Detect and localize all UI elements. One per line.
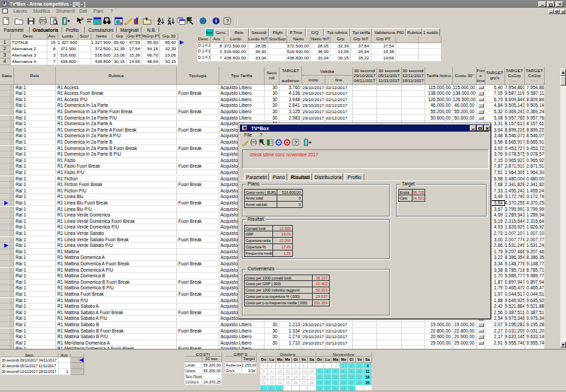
svg-text:?: ?: [294, 139, 297, 144]
svg-text:i: i: [215, 18, 216, 24]
svg-text:?: ?: [226, 18, 229, 24]
